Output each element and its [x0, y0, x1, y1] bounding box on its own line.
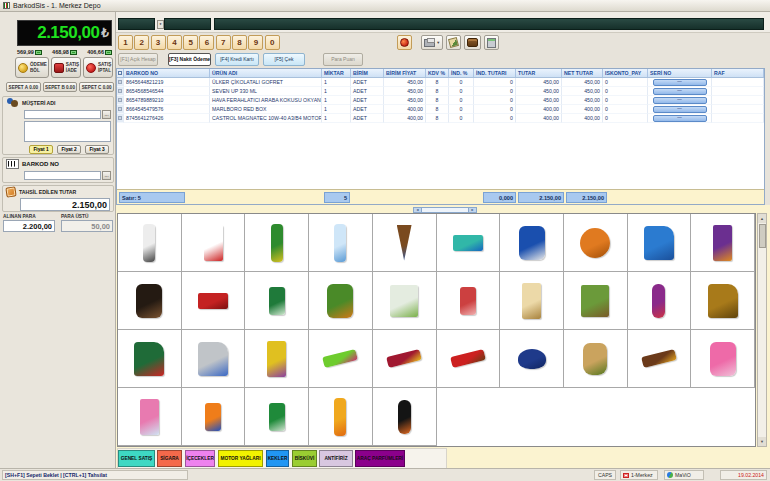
- scroll-thumb[interactable]: [759, 224, 766, 248]
- credit-card-button[interactable]: [F4] Kredi Kartı: [215, 53, 259, 66]
- product-cell[interactable]: [564, 330, 628, 388]
- table-row[interactable]: 8664545479576 MARLBORO RED BOX 1 ADET 40…: [117, 105, 764, 114]
- table-row[interactable]: 8645644821219 ÜLKER ÇİKOLATALI GOFRET 1 …: [117, 78, 764, 87]
- column-header[interactable]: SERİ NO: [648, 69, 712, 77]
- price-level-1-button[interactable]: Fiyat 1: [29, 145, 53, 154]
- product-cell[interactable]: [500, 330, 564, 388]
- row-selector[interactable]: [117, 87, 124, 96]
- product-cell[interactable]: [245, 330, 309, 388]
- action-button[interactable]: SATIŞ İPTAL: [83, 57, 113, 78]
- category-sigara[interactable]: SİGARA: [157, 450, 182, 467]
- clear-button[interactable]: [446, 35, 461, 50]
- row-selector[interactable]: [117, 114, 124, 123]
- column-header[interactable]: ISKONTO_PAY: [603, 69, 648, 77]
- table-row[interactable]: 8654568546544 SEVEN UP 330 ML 1 ADET 450…: [117, 87, 764, 96]
- table-row[interactable]: 8745641276426 CASTROL MAGNATEC 10W-40 A3…: [117, 114, 764, 123]
- scroll-down-icon[interactable]: ▼: [758, 437, 766, 446]
- customer-listbox[interactable]: [24, 121, 111, 142]
- column-header[interactable]: BARKOD NO: [124, 69, 210, 77]
- column-header[interactable]: İND. TUTARI: [474, 69, 516, 77]
- column-header[interactable]: BİRİM FİYAT: [384, 69, 426, 77]
- vertical-scroll-track[interactable]: [758, 223, 766, 437]
- product-cell[interactable]: [628, 272, 692, 330]
- digit-key[interactable]: 1: [118, 35, 133, 50]
- row-selector[interactable]: [117, 78, 124, 87]
- customer-input[interactable]: [24, 110, 101, 119]
- product-cell[interactable]: [309, 330, 373, 388]
- printer-button[interactable]: ▼: [421, 35, 443, 50]
- product-cell[interactable]: [245, 272, 309, 330]
- new-sale-tab-button[interactable]: *: [157, 20, 164, 29]
- seri-button[interactable]: —: [653, 88, 707, 95]
- product-cell[interactable]: [309, 214, 373, 272]
- wallet-button[interactable]: [464, 35, 481, 50]
- barcode-input[interactable]: [24, 171, 101, 180]
- product-cell[interactable]: [118, 330, 182, 388]
- open-account-button[interactable]: [F1] Açık Hesap: [118, 53, 158, 66]
- product-cell[interactable]: [182, 214, 246, 272]
- category-arac-parfumleri[interactable]: ARAÇ PARFÜMLERİ: [355, 450, 405, 467]
- product-cell[interactable]: [373, 214, 437, 272]
- category-kekler[interactable]: KEKLER: [266, 450, 289, 467]
- action-button[interactable]: SATIŞ İADE: [51, 57, 81, 78]
- seri-button[interactable]: —: [653, 97, 707, 104]
- row-selector[interactable]: [117, 96, 124, 105]
- product-cell[interactable]: [182, 272, 246, 330]
- category-biskuvi[interactable]: BİSKÜVİ: [292, 450, 317, 467]
- product-cell[interactable]: [500, 272, 564, 330]
- seri-button[interactable]: —: [653, 115, 707, 122]
- category-genel-satis[interactable]: GENEL SATIŞ: [118, 450, 155, 467]
- product-cell[interactable]: [437, 330, 501, 388]
- sale-tab[interactable]: [118, 18, 155, 30]
- row-selector[interactable]: [117, 105, 124, 114]
- customer-browse-button[interactable]: ...: [102, 110, 111, 119]
- product-cell[interactable]: [245, 388, 309, 446]
- product-cell[interactable]: [373, 388, 437, 446]
- sale-tab-2[interactable]: [164, 18, 211, 30]
- product-cell[interactable]: [373, 272, 437, 330]
- column-header[interactable]: İND. %: [449, 69, 474, 77]
- scroll-up-icon[interactable]: ▲: [758, 214, 766, 223]
- digit-key[interactable]: 5: [183, 35, 198, 50]
- product-cell[interactable]: [437, 272, 501, 330]
- vertical-scrollbar[interactable]: ▲ ▼: [757, 213, 767, 447]
- column-header[interactable]: RAF: [712, 69, 764, 77]
- horizontal-scroll-track[interactable]: [421, 208, 469, 212]
- product-cell[interactable]: [118, 214, 182, 272]
- cheque-button[interactable]: [F5] Çek: [263, 53, 305, 66]
- product-cell[interactable]: [118, 272, 182, 330]
- pos-device-button[interactable]: [484, 35, 499, 50]
- basket-button[interactable]: SEPET C 0.00: [79, 82, 114, 92]
- price-level-2-button[interactable]: Fiyat 2: [57, 145, 81, 154]
- category-motor-yaglari[interactable]: MOTOR YAĞLARI: [218, 450, 263, 467]
- product-cell[interactable]: [691, 214, 755, 272]
- digit-key[interactable]: 6: [199, 35, 214, 50]
- digit-key[interactable]: 3: [151, 35, 166, 50]
- produce-key[interactable]: [397, 35, 412, 50]
- digit-key[interactable]: 8: [232, 35, 247, 50]
- scroll-left-icon[interactable]: ◄: [414, 208, 421, 212]
- product-cell[interactable]: [691, 272, 755, 330]
- product-cell[interactable]: [118, 388, 182, 446]
- product-cell[interactable]: [628, 214, 692, 272]
- digit-key[interactable]: 7: [216, 35, 231, 50]
- column-header[interactable]: BİRİM: [351, 69, 384, 77]
- seri-button[interactable]: —: [653, 106, 707, 113]
- column-header[interactable]: TUTAR: [516, 69, 562, 77]
- column-header[interactable]: MİKTAR: [322, 69, 351, 77]
- digit-key[interactable]: 4: [167, 35, 182, 50]
- price-level-3-button[interactable]: Fiyat 3: [85, 145, 109, 154]
- product-cell[interactable]: [309, 272, 373, 330]
- product-cell[interactable]: [245, 214, 309, 272]
- loyalty-points-button[interactable]: Para Puan: [323, 53, 363, 66]
- product-cell[interactable]: [691, 330, 755, 388]
- basket-button[interactable]: SEPET B 0.00: [43, 82, 78, 92]
- product-cell[interactable]: [628, 330, 692, 388]
- action-button[interactable]: ÖDEME BÖL: [15, 57, 49, 78]
- column-header[interactable]: ÜRÜN ADI: [210, 69, 322, 77]
- table-row[interactable]: 8654789889210 HAVA FERAHLATICI ARABA KOK…: [117, 96, 764, 105]
- product-cell[interactable]: [564, 272, 628, 330]
- scroll-right-icon[interactable]: ►: [469, 208, 476, 212]
- column-header[interactable]: KDV %: [426, 69, 449, 77]
- product-cell[interactable]: [309, 388, 373, 446]
